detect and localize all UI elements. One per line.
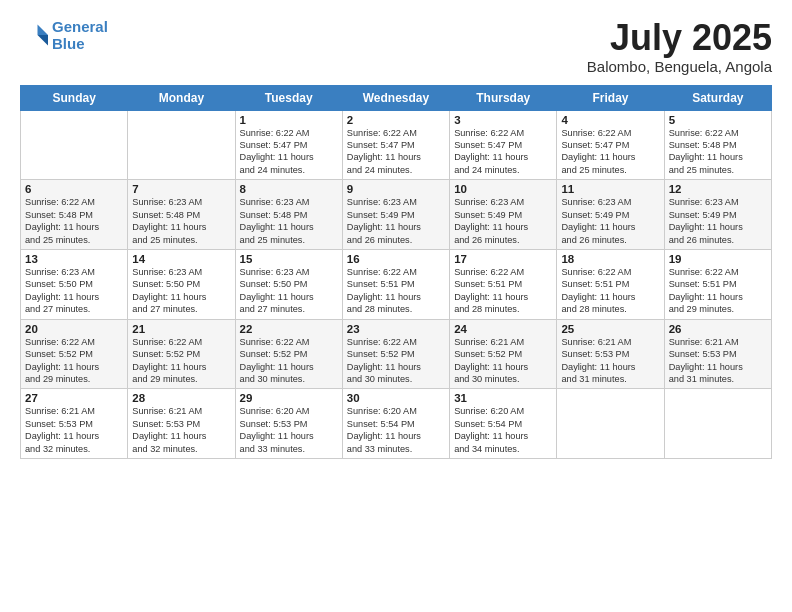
calendar-cell: 10Sunrise: 6:23 AM Sunset: 5:49 PM Dayli… bbox=[450, 180, 557, 250]
logo: General Blue bbox=[20, 18, 108, 53]
calendar-cell: 29Sunrise: 6:20 AM Sunset: 5:53 PM Dayli… bbox=[235, 389, 342, 459]
day-number: 16 bbox=[347, 253, 445, 265]
weekday-header: Monday bbox=[128, 85, 235, 110]
calendar-cell: 1Sunrise: 6:22 AM Sunset: 5:47 PM Daylig… bbox=[235, 110, 342, 180]
day-number: 4 bbox=[561, 114, 659, 126]
calendar-cell: 18Sunrise: 6:22 AM Sunset: 5:51 PM Dayli… bbox=[557, 249, 664, 319]
day-number: 27 bbox=[25, 392, 123, 404]
day-info: Sunrise: 6:21 AM Sunset: 5:53 PM Dayligh… bbox=[132, 405, 230, 455]
day-info: Sunrise: 6:22 AM Sunset: 5:52 PM Dayligh… bbox=[240, 336, 338, 386]
calendar-cell: 14Sunrise: 6:23 AM Sunset: 5:50 PM Dayli… bbox=[128, 249, 235, 319]
calendar-cell: 11Sunrise: 6:23 AM Sunset: 5:49 PM Dayli… bbox=[557, 180, 664, 250]
day-number: 14 bbox=[132, 253, 230, 265]
logo-line2: Blue bbox=[52, 35, 85, 52]
weekday-header: Tuesday bbox=[235, 85, 342, 110]
day-number: 19 bbox=[669, 253, 767, 265]
day-number: 12 bbox=[669, 183, 767, 195]
calendar-cell: 25Sunrise: 6:21 AM Sunset: 5:53 PM Dayli… bbox=[557, 319, 664, 389]
day-info: Sunrise: 6:23 AM Sunset: 5:49 PM Dayligh… bbox=[669, 196, 767, 246]
calendar-cell: 5Sunrise: 6:22 AM Sunset: 5:48 PM Daylig… bbox=[664, 110, 771, 180]
calendar-cell bbox=[557, 389, 664, 459]
day-number: 9 bbox=[347, 183, 445, 195]
calendar-cell: 17Sunrise: 6:22 AM Sunset: 5:51 PM Dayli… bbox=[450, 249, 557, 319]
weekday-header: Sunday bbox=[21, 85, 128, 110]
day-info: Sunrise: 6:23 AM Sunset: 5:50 PM Dayligh… bbox=[25, 266, 123, 316]
logo-line1: General bbox=[52, 18, 108, 35]
day-info: Sunrise: 6:23 AM Sunset: 5:48 PM Dayligh… bbox=[132, 196, 230, 246]
day-info: Sunrise: 6:22 AM Sunset: 5:51 PM Dayligh… bbox=[347, 266, 445, 316]
day-info: Sunrise: 6:22 AM Sunset: 5:52 PM Dayligh… bbox=[25, 336, 123, 386]
day-info: Sunrise: 6:21 AM Sunset: 5:53 PM Dayligh… bbox=[561, 336, 659, 386]
calendar-cell: 15Sunrise: 6:23 AM Sunset: 5:50 PM Dayli… bbox=[235, 249, 342, 319]
calendar-cell: 8Sunrise: 6:23 AM Sunset: 5:48 PM Daylig… bbox=[235, 180, 342, 250]
calendar-week-row: 6Sunrise: 6:22 AM Sunset: 5:48 PM Daylig… bbox=[21, 180, 772, 250]
day-number: 2 bbox=[347, 114, 445, 126]
day-number: 3 bbox=[454, 114, 552, 126]
day-number: 5 bbox=[669, 114, 767, 126]
calendar-cell: 7Sunrise: 6:23 AM Sunset: 5:48 PM Daylig… bbox=[128, 180, 235, 250]
location-title: Balombo, Benguela, Angola bbox=[587, 58, 772, 75]
day-info: Sunrise: 6:22 AM Sunset: 5:48 PM Dayligh… bbox=[25, 196, 123, 246]
day-info: Sunrise: 6:22 AM Sunset: 5:51 PM Dayligh… bbox=[561, 266, 659, 316]
calendar-cell: 9Sunrise: 6:23 AM Sunset: 5:49 PM Daylig… bbox=[342, 180, 449, 250]
day-info: Sunrise: 6:23 AM Sunset: 5:50 PM Dayligh… bbox=[240, 266, 338, 316]
header: General Blue July 2025 Balombo, Benguela… bbox=[20, 18, 772, 75]
calendar-cell: 6Sunrise: 6:22 AM Sunset: 5:48 PM Daylig… bbox=[21, 180, 128, 250]
day-info: Sunrise: 6:23 AM Sunset: 5:48 PM Dayligh… bbox=[240, 196, 338, 246]
day-number: 23 bbox=[347, 323, 445, 335]
day-number: 28 bbox=[132, 392, 230, 404]
day-info: Sunrise: 6:21 AM Sunset: 5:53 PM Dayligh… bbox=[669, 336, 767, 386]
day-info: Sunrise: 6:22 AM Sunset: 5:52 PM Dayligh… bbox=[347, 336, 445, 386]
page: General Blue July 2025 Balombo, Benguela… bbox=[0, 0, 792, 612]
calendar-cell: 4Sunrise: 6:22 AM Sunset: 5:47 PM Daylig… bbox=[557, 110, 664, 180]
calendar-week-row: 27Sunrise: 6:21 AM Sunset: 5:53 PM Dayli… bbox=[21, 389, 772, 459]
day-number: 22 bbox=[240, 323, 338, 335]
title-block: July 2025 Balombo, Benguela, Angola bbox=[587, 18, 772, 75]
calendar-cell: 19Sunrise: 6:22 AM Sunset: 5:51 PM Dayli… bbox=[664, 249, 771, 319]
day-info: Sunrise: 6:22 AM Sunset: 5:52 PM Dayligh… bbox=[132, 336, 230, 386]
day-number: 20 bbox=[25, 323, 123, 335]
day-number: 11 bbox=[561, 183, 659, 195]
calendar-cell: 31Sunrise: 6:20 AM Sunset: 5:54 PM Dayli… bbox=[450, 389, 557, 459]
day-number: 21 bbox=[132, 323, 230, 335]
day-number: 24 bbox=[454, 323, 552, 335]
day-number: 7 bbox=[132, 183, 230, 195]
calendar-cell: 3Sunrise: 6:22 AM Sunset: 5:47 PM Daylig… bbox=[450, 110, 557, 180]
weekday-header: Friday bbox=[557, 85, 664, 110]
calendar-cell: 21Sunrise: 6:22 AM Sunset: 5:52 PM Dayli… bbox=[128, 319, 235, 389]
calendar-cell: 2Sunrise: 6:22 AM Sunset: 5:47 PM Daylig… bbox=[342, 110, 449, 180]
weekday-header-row: SundayMondayTuesdayWednesdayThursdayFrid… bbox=[21, 85, 772, 110]
calendar-cell: 12Sunrise: 6:23 AM Sunset: 5:49 PM Dayli… bbox=[664, 180, 771, 250]
day-info: Sunrise: 6:21 AM Sunset: 5:53 PM Dayligh… bbox=[25, 405, 123, 455]
calendar-cell: 16Sunrise: 6:22 AM Sunset: 5:51 PM Dayli… bbox=[342, 249, 449, 319]
day-number: 30 bbox=[347, 392, 445, 404]
calendar-cell: 22Sunrise: 6:22 AM Sunset: 5:52 PM Dayli… bbox=[235, 319, 342, 389]
day-number: 31 bbox=[454, 392, 552, 404]
calendar-cell: 30Sunrise: 6:20 AM Sunset: 5:54 PM Dayli… bbox=[342, 389, 449, 459]
calendar-cell: 24Sunrise: 6:21 AM Sunset: 5:52 PM Dayli… bbox=[450, 319, 557, 389]
day-number: 8 bbox=[240, 183, 338, 195]
day-number: 10 bbox=[454, 183, 552, 195]
calendar-week-row: 20Sunrise: 6:22 AM Sunset: 5:52 PM Dayli… bbox=[21, 319, 772, 389]
calendar-cell: 28Sunrise: 6:21 AM Sunset: 5:53 PM Dayli… bbox=[128, 389, 235, 459]
day-info: Sunrise: 6:22 AM Sunset: 5:47 PM Dayligh… bbox=[347, 127, 445, 177]
day-info: Sunrise: 6:22 AM Sunset: 5:47 PM Dayligh… bbox=[454, 127, 552, 177]
day-number: 25 bbox=[561, 323, 659, 335]
calendar-week-row: 13Sunrise: 6:23 AM Sunset: 5:50 PM Dayli… bbox=[21, 249, 772, 319]
weekday-header: Wednesday bbox=[342, 85, 449, 110]
calendar-cell: 26Sunrise: 6:21 AM Sunset: 5:53 PM Dayli… bbox=[664, 319, 771, 389]
calendar-cell bbox=[664, 389, 771, 459]
day-number: 26 bbox=[669, 323, 767, 335]
day-number: 13 bbox=[25, 253, 123, 265]
day-info: Sunrise: 6:22 AM Sunset: 5:48 PM Dayligh… bbox=[669, 127, 767, 177]
day-info: Sunrise: 6:22 AM Sunset: 5:51 PM Dayligh… bbox=[669, 266, 767, 316]
logo-icon bbox=[20, 21, 48, 49]
day-info: Sunrise: 6:22 AM Sunset: 5:51 PM Dayligh… bbox=[454, 266, 552, 316]
weekday-header: Saturday bbox=[664, 85, 771, 110]
day-info: Sunrise: 6:20 AM Sunset: 5:54 PM Dayligh… bbox=[347, 405, 445, 455]
day-info: Sunrise: 6:23 AM Sunset: 5:50 PM Dayligh… bbox=[132, 266, 230, 316]
calendar-cell bbox=[21, 110, 128, 180]
day-number: 1 bbox=[240, 114, 338, 126]
calendar-cell: 27Sunrise: 6:21 AM Sunset: 5:53 PM Dayli… bbox=[21, 389, 128, 459]
calendar-cell bbox=[128, 110, 235, 180]
